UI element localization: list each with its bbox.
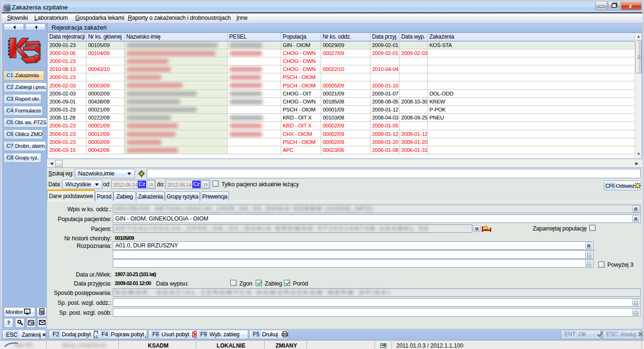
- svg-text:1: 1: [26, 309, 28, 313]
